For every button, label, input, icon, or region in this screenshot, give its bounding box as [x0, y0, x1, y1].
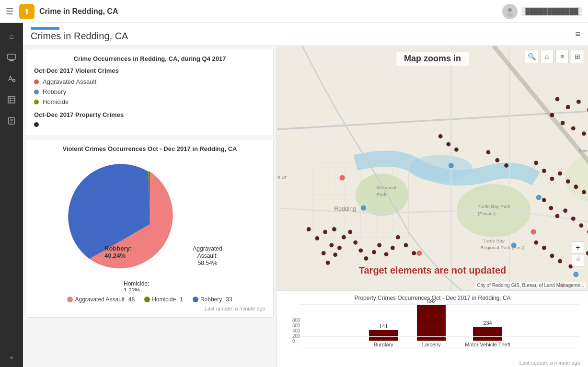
pie-dot-robbery — [193, 297, 198, 302]
sidebar-item-monitor[interactable] — [2, 48, 21, 67]
svg-point-25 — [409, 155, 473, 181]
sidebar-item-paint[interactable] — [2, 69, 21, 88]
sidebar-item-home[interactable]: ⌂ — [2, 27, 21, 46]
menu-icon[interactable]: ☰ — [6, 6, 13, 17]
svg-point-65 — [391, 246, 395, 250]
legend-widget: Crime Occurrences in Redding, CA, during… — [26, 49, 274, 136]
svg-point-80 — [555, 214, 560, 218]
svg-point-114 — [416, 251, 422, 256]
svg-point-121 — [536, 195, 542, 200]
bar-chart-inner: 800 600 400 200 0 — [285, 304, 580, 357]
dashboard-menu-icon[interactable]: ≡ — [575, 29, 580, 39]
pie-legend-aggravated: Aggravated Assault 48 — [67, 296, 135, 303]
homicide-dot — [34, 100, 39, 104]
map-home-icon[interactable]: ⌂ — [540, 50, 553, 63]
dashboard-header: Crimes in Redding, CA ≡ — [23, 23, 588, 46]
svg-text:Redding Dr: Redding Dr — [578, 149, 588, 153]
map-grid-icon[interactable]: ⊞ — [571, 50, 584, 63]
svg-point-54 — [315, 236, 319, 241]
svg-point-51 — [326, 261, 330, 265]
map-attribution: City of Redding GIS, Bureau of Land Mana… — [475, 282, 586, 288]
svg-point-71 — [542, 169, 546, 173]
robbery-dot — [34, 90, 39, 94]
robbery-label: Robbery — [43, 88, 66, 95]
svg-point-60 — [358, 248, 363, 252]
pie-legend-homicide: Homicide 1 — [144, 296, 183, 303]
sidebar-expand-button[interactable]: « — [2, 352, 21, 363]
map-area[interactable]: Redding Memorial Park Turtle Bay Park (P… — [277, 46, 588, 290]
svg-point-79 — [549, 206, 553, 210]
dashboard-title: Crimes in Redding, CA — [31, 31, 575, 42]
svg-point-102 — [550, 113, 554, 117]
svg-point-74 — [566, 179, 570, 184]
map-overlay-title: Map zooms in — [396, 52, 469, 66]
svg-point-110 — [438, 134, 443, 138]
map-list-icon[interactable]: ≡ — [555, 50, 569, 63]
legend-item-aggravated: Aggravated Assault — [34, 78, 265, 85]
svg-point-109 — [504, 163, 508, 168]
svg-point-50 — [329, 243, 334, 247]
svg-point-76 — [582, 190, 586, 194]
legend-item-property — [34, 122, 265, 127]
svg-point-81 — [563, 208, 567, 213]
svg-text:Turtle Bay: Turtle Bay — [483, 238, 505, 243]
svg-text:Assault:: Assault: — [197, 252, 218, 259]
svg-point-73 — [558, 172, 562, 176]
svg-point-107 — [486, 150, 490, 154]
svg-text:Regional Park (East): Regional Park (East) — [480, 245, 524, 250]
map-controls: 🔍 ⌂ ≡ ⊞ — [525, 50, 584, 63]
svg-point-90 — [558, 259, 562, 264]
legend-item-homicide: Homicide — [34, 98, 265, 105]
pie-widget: Violent Crimes Occurrences Oct - Dec 201… — [26, 139, 274, 318]
svg-text:Homicide:: Homicide: — [124, 280, 149, 287]
svg-point-103 — [561, 121, 565, 125]
svg-point-69 — [412, 251, 416, 255]
bar-chart-area: Property Crimes Occurrences Oct - Dec 20… — [277, 290, 588, 367]
aggravated-label: Aggravated Assault — [43, 78, 96, 85]
svg-point-7 — [13, 80, 15, 82]
svg-point-89 — [550, 254, 554, 258]
svg-text:Robbery:: Robbery: — [104, 245, 132, 252]
svg-point-55 — [323, 230, 327, 234]
svg-rect-3 — [8, 54, 15, 59]
svg-text:Benton Dr: Benton Dr — [277, 174, 287, 180]
svg-text:(Private): (Private) — [478, 211, 496, 216]
right-panel: Redding Memorial Park Turtle Bay Park (P… — [277, 46, 588, 367]
svg-point-120 — [573, 272, 578, 277]
map-zoom-out-button[interactable]: − — [572, 254, 584, 266]
user-avatar[interactable] — [502, 4, 518, 19]
svg-point-2 — [507, 13, 513, 17]
app-title: Crime in Redding, CA — [39, 7, 502, 16]
main-layout: ⌂ « Crimes in Redding, CA ≡ — [0, 23, 588, 367]
svg-point-98 — [576, 100, 581, 104]
svg-point-53 — [337, 246, 342, 250]
sidebar-item-book[interactable] — [2, 111, 21, 130]
content-area: Crimes in Redding, CA ≡ Crime Occurrence… — [23, 23, 588, 367]
map-search-icon[interactable]: 🔍 — [525, 50, 538, 63]
svg-point-105 — [582, 132, 586, 136]
svg-point-87 — [534, 241, 538, 245]
dashboard-body: Crime Occurrences in Redding, CA, during… — [23, 46, 588, 367]
svg-point-104 — [571, 126, 576, 130]
map-zoom-controls: + − — [572, 241, 584, 266]
bars-container: 141 Burglary 592 Larceny — [285, 304, 580, 357]
svg-point-112 — [454, 148, 459, 152]
pie-chart: Robbery: 40.24% Homicide: 1.22% Aggravat… — [34, 157, 265, 291]
svg-text:1.22%: 1.22% — [124, 287, 140, 291]
username-label: ████████████ — [521, 7, 582, 16]
svg-point-59 — [353, 241, 357, 245]
pie-count-aggravated: 48 — [128, 296, 135, 303]
map-background: Redding Memorial Park Turtle Bay Park (P… — [277, 46, 588, 290]
legend-item-robbery: Robbery — [34, 88, 265, 95]
svg-point-113 — [339, 175, 345, 180]
map-zoom-in-button[interactable]: + — [572, 241, 584, 254]
svg-point-62 — [372, 250, 376, 254]
svg-point-115 — [531, 229, 536, 235]
svg-point-122 — [449, 163, 454, 168]
svg-point-57 — [342, 235, 346, 240]
svg-point-52 — [333, 252, 337, 257]
aggravated-dot — [34, 80, 39, 84]
sidebar-item-table[interactable] — [2, 90, 21, 109]
pie-count-homicide: 1 — [180, 296, 183, 303]
user-area: ████████████ — [502, 4, 582, 19]
